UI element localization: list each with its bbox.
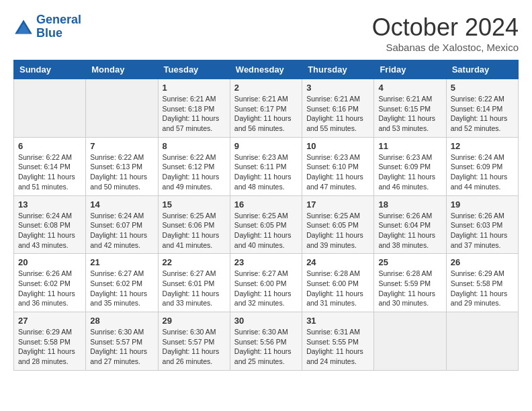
day-info: Sunrise: 6:29 AM Sunset: 5:58 PM Dayligh… [18,327,81,367]
calendar-cell [86,79,158,138]
day-number: 29 [163,316,226,326]
day-info: Sunrise: 6:27 AM Sunset: 6:02 PM Dayligh… [90,269,153,308]
day-number: 11 [378,141,441,151]
day-info: Sunrise: 6:31 AM Sunset: 5:55 PM Dayligh… [306,327,369,367]
weekday-header: Thursday [302,60,374,79]
calendar-week-row: 13Sunrise: 6:24 AM Sunset: 6:08 PM Dayli… [14,195,519,254]
calendar-cell: 12Sunrise: 6:24 AM Sunset: 6:09 PM Dayli… [446,137,518,195]
day-info: Sunrise: 6:25 AM Sunset: 6:05 PM Dayligh… [306,211,369,250]
day-number: 5 [451,83,514,93]
day-number: 10 [306,141,369,151]
weekday-header: Saturday [446,60,518,79]
day-number: 23 [234,257,298,267]
day-number: 1 [163,83,226,93]
day-info: Sunrise: 6:21 AM Sunset: 6:17 PM Dayligh… [234,94,298,134]
logo: General Blue [13,13,81,40]
location: Sabanas de Xalostoc, Mexico [372,42,519,53]
calendar-week-row: 20Sunrise: 6:26 AM Sunset: 6:02 PM Dayli… [14,254,519,312]
day-info: Sunrise: 6:21 AM Sunset: 6:18 PM Dayligh… [163,94,226,134]
day-info: Sunrise: 6:25 AM Sunset: 6:05 PM Dayligh… [234,211,298,250]
calendar-cell: 13Sunrise: 6:24 AM Sunset: 6:08 PM Dayli… [14,195,86,254]
calendar-cell [14,79,86,138]
day-info: Sunrise: 6:30 AM Sunset: 5:56 PM Dayligh… [234,327,298,367]
calendar-cell: 8Sunrise: 6:22 AM Sunset: 6:12 PM Daylig… [158,137,230,195]
day-info: Sunrise: 6:21 AM Sunset: 6:15 PM Dayligh… [378,94,441,134]
day-number: 28 [90,316,153,326]
calendar-cell: 20Sunrise: 6:26 AM Sunset: 6:02 PM Dayli… [14,254,86,312]
day-number: 27 [18,316,81,326]
logo-text: General Blue [36,13,81,40]
day-number: 13 [18,199,81,210]
calendar-cell: 28Sunrise: 6:30 AM Sunset: 5:57 PM Dayli… [86,312,158,371]
weekday-header: Friday [374,60,446,79]
calendar-cell: 21Sunrise: 6:27 AM Sunset: 6:02 PM Dayli… [86,254,158,312]
day-info: Sunrise: 6:23 AM Sunset: 6:10 PM Dayligh… [306,152,369,192]
day-number: 16 [234,199,298,210]
day-number: 26 [451,257,514,267]
day-info: Sunrise: 6:22 AM Sunset: 6:14 PM Dayligh… [451,94,514,134]
calendar-cell [374,312,446,371]
calendar-cell: 25Sunrise: 6:28 AM Sunset: 5:59 PM Dayli… [374,254,446,312]
day-number: 30 [234,316,298,326]
calendar-cell: 30Sunrise: 6:30 AM Sunset: 5:56 PM Dayli… [230,312,302,371]
calendar-cell: 1Sunrise: 6:21 AM Sunset: 6:18 PM Daylig… [158,79,230,138]
calendar-cell: 17Sunrise: 6:25 AM Sunset: 6:05 PM Dayli… [302,195,374,254]
calendar-cell: 9Sunrise: 6:23 AM Sunset: 6:11 PM Daylig… [230,137,302,195]
calendar-cell [446,312,518,371]
day-info: Sunrise: 6:25 AM Sunset: 6:06 PM Dayligh… [163,211,226,250]
day-number: 9 [234,141,298,151]
day-number: 14 [90,199,153,210]
calendar-cell: 26Sunrise: 6:29 AM Sunset: 5:58 PM Dayli… [446,254,518,312]
day-info: Sunrise: 6:22 AM Sunset: 6:12 PM Dayligh… [163,152,226,192]
day-info: Sunrise: 6:28 AM Sunset: 5:59 PM Dayligh… [378,269,441,308]
calendar-cell: 2Sunrise: 6:21 AM Sunset: 6:17 PM Daylig… [230,79,302,138]
weekday-header: Sunday [14,60,86,79]
day-info: Sunrise: 6:30 AM Sunset: 5:57 PM Dayligh… [90,327,153,367]
day-info: Sunrise: 6:27 AM Sunset: 6:00 PM Dayligh… [234,269,298,308]
day-number: 3 [306,83,369,93]
day-number: 19 [451,199,514,210]
day-number: 31 [306,316,369,326]
day-number: 25 [378,257,441,267]
day-number: 12 [451,141,514,151]
day-info: Sunrise: 6:24 AM Sunset: 6:07 PM Dayligh… [90,211,153,250]
day-number: 4 [378,83,441,93]
weekday-header: Wednesday [230,60,302,79]
day-info: Sunrise: 6:23 AM Sunset: 6:09 PM Dayligh… [378,152,441,192]
calendar-cell: 10Sunrise: 6:23 AM Sunset: 6:10 PM Dayli… [302,137,374,195]
calendar-week-row: 6Sunrise: 6:22 AM Sunset: 6:14 PM Daylig… [14,137,519,195]
calendar-table: SundayMondayTuesdayWednesdayThursdayFrid… [13,60,519,371]
day-number: 20 [18,257,81,267]
calendar-cell: 18Sunrise: 6:26 AM Sunset: 6:04 PM Dayli… [374,195,446,254]
calendar-cell: 22Sunrise: 6:27 AM Sunset: 6:01 PM Dayli… [158,254,230,312]
day-number: 22 [163,257,226,267]
day-number: 21 [90,257,153,267]
weekday-header: Tuesday [158,60,230,79]
day-info: Sunrise: 6:23 AM Sunset: 6:11 PM Dayligh… [234,152,298,192]
calendar-week-row: 1Sunrise: 6:21 AM Sunset: 6:18 PM Daylig… [14,79,519,138]
day-info: Sunrise: 6:28 AM Sunset: 6:00 PM Dayligh… [306,269,369,308]
month-title: October 2024 [372,13,519,42]
calendar-cell: 27Sunrise: 6:29 AM Sunset: 5:58 PM Dayli… [14,312,86,371]
calendar-cell: 5Sunrise: 6:22 AM Sunset: 6:14 PM Daylig… [446,79,518,138]
calendar-cell: 29Sunrise: 6:30 AM Sunset: 5:57 PM Dayli… [158,312,230,371]
day-info: Sunrise: 6:26 AM Sunset: 6:02 PM Dayligh… [18,269,81,308]
day-info: Sunrise: 6:26 AM Sunset: 6:03 PM Dayligh… [451,211,514,250]
day-info: Sunrise: 6:22 AM Sunset: 6:13 PM Dayligh… [90,152,153,192]
calendar-cell: 6Sunrise: 6:22 AM Sunset: 6:14 PM Daylig… [14,137,86,195]
calendar-cell: 15Sunrise: 6:25 AM Sunset: 6:06 PM Dayli… [158,195,230,254]
title-block: October 2024 Sabanas de Xalostoc, Mexico [372,13,519,53]
day-number: 17 [306,199,369,210]
day-info: Sunrise: 6:26 AM Sunset: 6:04 PM Dayligh… [378,211,441,250]
day-number: 6 [18,141,81,151]
day-info: Sunrise: 6:24 AM Sunset: 6:08 PM Dayligh… [18,211,81,250]
calendar-cell: 31Sunrise: 6:31 AM Sunset: 5:55 PM Dayli… [302,312,374,371]
calendar-cell: 24Sunrise: 6:28 AM Sunset: 6:00 PM Dayli… [302,254,374,312]
calendar-cell: 19Sunrise: 6:26 AM Sunset: 6:03 PM Dayli… [446,195,518,254]
day-info: Sunrise: 6:22 AM Sunset: 6:14 PM Dayligh… [18,152,81,192]
page-header: General Blue October 2024 Sabanas de Xal… [13,13,519,53]
day-number: 15 [163,199,226,210]
calendar-cell: 14Sunrise: 6:24 AM Sunset: 6:07 PM Dayli… [86,195,158,254]
calendar-cell: 23Sunrise: 6:27 AM Sunset: 6:00 PM Dayli… [230,254,302,312]
day-info: Sunrise: 6:24 AM Sunset: 6:09 PM Dayligh… [451,152,514,192]
